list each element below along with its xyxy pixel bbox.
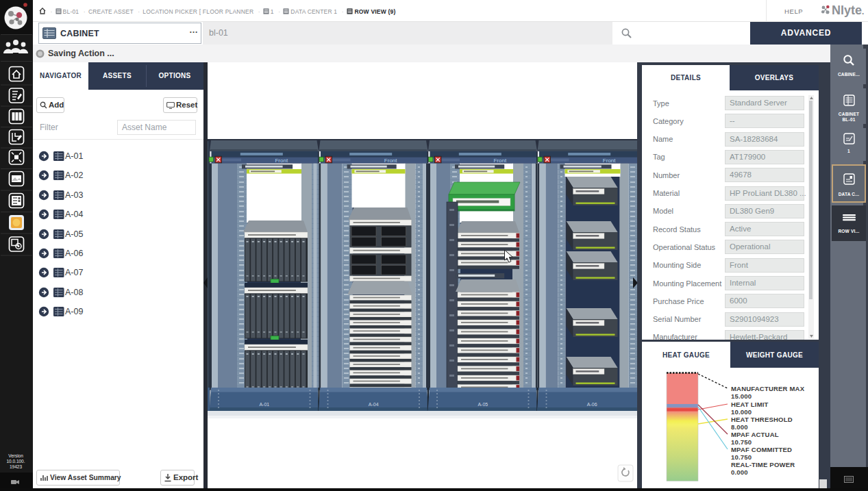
svg-text:A-06: A-06 [587,402,597,407]
svg-text:19423: 19423 [10,464,22,469]
svg-text:Front: Front [275,158,288,164]
svg-text:Front: Front [384,158,397,164]
svg-text:Front: Front [493,158,506,164]
svg-text:A-01: A-01 [259,402,269,407]
svg-text:10.0.100.: 10.0.100. [6,459,25,464]
svg-text:Front: Front [603,158,616,164]
svg-text:A-04: A-04 [369,402,379,407]
svg-text:Version: Version [8,453,23,458]
svg-text:A-05: A-05 [478,402,488,407]
